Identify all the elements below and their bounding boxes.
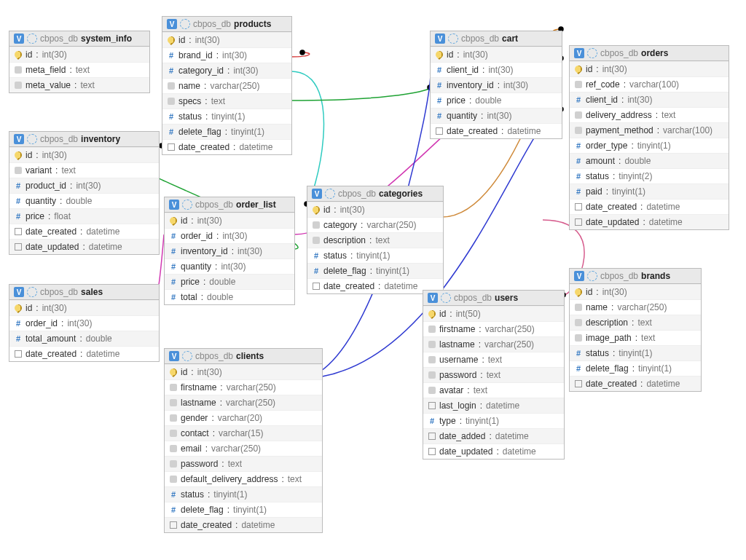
column-row[interactable]: #status : tinyint(1) xyxy=(570,345,701,360)
column-row[interactable]: #quantity : int(30) xyxy=(165,259,294,274)
table-users[interactable]: Vcbpos_dbusersid : int(50)firstname : va… xyxy=(423,290,565,460)
column-row[interactable]: payment_method : varchar(100) xyxy=(570,122,729,138)
column-row[interactable]: #client_id : int(30) xyxy=(431,62,562,77)
view-icon[interactable]: V xyxy=(169,351,179,361)
table-header[interactable]: Vcbpos_dbcart xyxy=(431,31,562,47)
column-row[interactable]: password : text xyxy=(423,367,564,382)
column-row[interactable]: #paid : tinyint(1) xyxy=(570,184,729,199)
table-order_list[interactable]: Vcbpos_dborder_listid : int(30)#order_id… xyxy=(164,197,295,305)
column-row[interactable]: date_added : datetime xyxy=(423,428,564,443)
column-row[interactable]: #amount : double xyxy=(570,153,729,168)
gear-icon[interactable] xyxy=(325,189,335,199)
column-row[interactable]: id : int(30) xyxy=(431,47,562,62)
view-icon[interactable]: V xyxy=(14,33,24,44)
table-header[interactable]: Vcbpos_dbproducts xyxy=(162,17,291,32)
column-row[interactable]: date_updated : datetime xyxy=(423,443,564,459)
column-row[interactable]: #brand_id : int(30) xyxy=(162,47,291,63)
table-system_info[interactable]: Vcbpos_dbsystem_infoid : int(30)meta_fie… xyxy=(9,31,150,93)
gear-icon[interactable] xyxy=(27,134,37,144)
table-orders[interactable]: Vcbpos_dbordersid : int(30)ref_code : va… xyxy=(569,45,729,230)
gear-icon[interactable] xyxy=(180,19,190,29)
view-icon[interactable]: V xyxy=(435,33,445,44)
column-row[interactable]: firstname : varchar(250) xyxy=(423,321,564,336)
column-row[interactable]: meta_field : text xyxy=(9,62,149,77)
view-icon[interactable]: V xyxy=(14,287,24,297)
column-row[interactable]: name : varchar(250) xyxy=(570,299,701,315)
gear-icon[interactable] xyxy=(441,293,451,303)
column-row[interactable]: id : int(30) xyxy=(570,61,729,76)
column-row[interactable]: contact : varchar(15) xyxy=(165,425,322,441)
column-row[interactable]: #order_type : tinyint(1) xyxy=(570,138,729,153)
column-row[interactable]: default_delivery_address : text xyxy=(165,471,322,486)
view-icon[interactable]: V xyxy=(312,189,322,199)
column-row[interactable]: date_created : datetime xyxy=(9,346,159,361)
column-row[interactable]: id : int(30) xyxy=(307,202,443,217)
column-row[interactable]: variant : text xyxy=(9,162,159,178)
column-row[interactable]: date_updated : datetime xyxy=(570,214,729,229)
column-row[interactable]: firstname : varchar(250) xyxy=(165,379,322,395)
column-row[interactable]: #status : tinyint(1) xyxy=(165,486,322,502)
column-row[interactable]: password : text xyxy=(165,456,322,471)
column-row[interactable]: #total_amount : double xyxy=(9,331,159,346)
column-row[interactable]: #order_id : int(30) xyxy=(9,315,159,331)
view-icon[interactable]: V xyxy=(574,271,584,281)
column-row[interactable]: id : int(30) xyxy=(9,147,159,162)
column-row[interactable]: id : int(30) xyxy=(165,364,322,379)
column-row[interactable]: #type : tinyint(1) xyxy=(423,413,564,428)
column-row[interactable]: name : varchar(250) xyxy=(162,78,291,93)
column-row[interactable]: date_created : datetime xyxy=(431,123,562,138)
table-sales[interactable]: Vcbpos_dbsalesid : int(30)#order_id : in… xyxy=(9,284,160,362)
column-row[interactable]: date_updated : datetime xyxy=(9,239,159,254)
column-row[interactable]: category : varchar(250) xyxy=(307,217,443,232)
gear-icon[interactable] xyxy=(587,48,597,58)
column-row[interactable]: #client_id : int(30) xyxy=(570,92,729,107)
table-header[interactable]: Vcbpos_dbinventory xyxy=(9,132,159,147)
table-categories[interactable]: Vcbpos_dbcategoriesid : int(30)category … xyxy=(307,186,444,294)
gear-icon[interactable] xyxy=(27,33,37,44)
column-row[interactable]: #quantity : double xyxy=(9,193,159,208)
column-row[interactable]: #order_id : int(30) xyxy=(165,228,294,243)
gear-icon[interactable] xyxy=(587,271,597,281)
table-header[interactable]: Vcbpos_dbusers xyxy=(423,291,564,306)
gear-icon[interactable] xyxy=(27,287,37,297)
column-row[interactable]: date_created : datetime xyxy=(570,199,729,214)
table-header[interactable]: Vcbpos_dbbrands xyxy=(570,269,701,284)
column-row[interactable]: id : int(30) xyxy=(9,47,149,62)
view-icon[interactable]: V xyxy=(14,134,24,144)
column-row[interactable]: date_created : datetime xyxy=(165,517,322,532)
column-row[interactable]: specs : text xyxy=(162,93,291,109)
column-row[interactable]: lastname : varchar(250) xyxy=(423,336,564,352)
column-row[interactable]: id : int(30) xyxy=(162,32,291,47)
column-row[interactable]: date_created : datetime xyxy=(162,139,291,154)
column-row[interactable]: #status : tinyint(1) xyxy=(162,109,291,124)
column-row[interactable]: last_login : datetime xyxy=(423,398,564,413)
column-row[interactable]: #delete_flag : tinyint(1) xyxy=(162,124,291,139)
table-header[interactable]: Vcbpos_dbcategories xyxy=(307,186,443,202)
column-row[interactable]: #price : float xyxy=(9,208,159,224)
column-row[interactable]: id : int(50) xyxy=(423,306,564,321)
table-header[interactable]: Vcbpos_dborder_list xyxy=(165,197,294,213)
column-row[interactable]: #total : double xyxy=(165,289,294,304)
column-row[interactable]: #product_id : int(30) xyxy=(9,178,159,193)
column-row[interactable]: description : text xyxy=(570,315,701,330)
gear-icon[interactable] xyxy=(182,200,192,210)
gear-icon[interactable] xyxy=(448,33,458,44)
column-row[interactable]: date_created : datetime xyxy=(9,224,159,239)
column-row[interactable]: ref_code : varchar(100) xyxy=(570,76,729,92)
column-row[interactable]: username : text xyxy=(423,352,564,367)
gear-icon[interactable] xyxy=(182,351,192,361)
table-cart[interactable]: Vcbpos_dbcartid : int(30)#client_id : in… xyxy=(430,31,562,139)
column-row[interactable]: gender : varchar(20) xyxy=(165,410,322,425)
column-row[interactable]: avatar : text xyxy=(423,382,564,398)
view-icon[interactable]: V xyxy=(169,200,179,210)
table-products[interactable]: Vcbpos_dbproductsid : int(30)#brand_id :… xyxy=(162,16,292,155)
column-row[interactable]: #delete_flag : tinyint(1) xyxy=(570,360,701,376)
column-row[interactable]: date_created : datetime xyxy=(570,376,701,391)
column-row[interactable]: #inventory_id : int(30) xyxy=(431,77,562,92)
column-row[interactable]: email : varchar(250) xyxy=(165,441,322,456)
column-row[interactable]: image_path : text xyxy=(570,330,701,345)
column-row[interactable]: #delete_flag : tinyint(1) xyxy=(307,263,443,278)
column-row[interactable]: #price : double xyxy=(431,92,562,108)
view-icon[interactable]: V xyxy=(428,293,438,303)
column-row[interactable]: delivery_address : text xyxy=(570,107,729,122)
